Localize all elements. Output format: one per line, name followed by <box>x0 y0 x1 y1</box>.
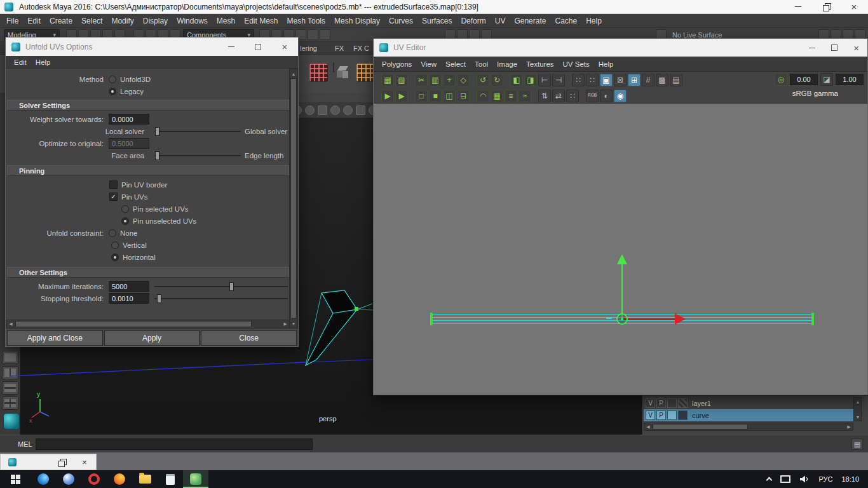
menu-item[interactable]: Select <box>77 15 107 27</box>
stopping-threshold-field[interactable]: 0.0010 <box>109 293 149 304</box>
layout-uvs-icon[interactable]: ▦ <box>491 90 503 102</box>
uv-lattice-tool-icon[interactable]: ▦ <box>381 74 394 86</box>
uv-select-tool-icon[interactable]: ▶ <box>381 90 394 102</box>
separator[interactable] <box>580 90 585 102</box>
unfold-uvs-icon[interactable]: ◠ <box>477 90 489 102</box>
menu-item[interactable]: Mesh Tools <box>283 15 330 27</box>
paste-v-icon[interactable]: ⊟ <box>457 90 470 102</box>
close-button[interactable]: × <box>73 454 96 470</box>
menu-item[interactable]: Help <box>31 57 55 67</box>
close-button[interactable]: × <box>840 0 868 14</box>
paste-uvs-icon[interactable]: ■ <box>429 90 442 102</box>
shelf-lattice-orange-icon[interactable] <box>356 63 375 82</box>
shelf-lattice-red-icon[interactable] <box>309 63 328 82</box>
distribute-u-icon[interactable]: ∷ <box>572 74 585 86</box>
mel-label[interactable]: MEL <box>18 440 32 448</box>
file-explorer-icon[interactable] <box>132 470 158 488</box>
slider-handle[interactable] <box>155 127 159 136</box>
shelf-tab-rendering[interactable]: lering <box>300 44 317 52</box>
language-indicator[interactable]: РУС <box>818 475 832 483</box>
shelf-cube-icon[interactable] <box>333 62 334 72</box>
uv-sew-tool-icon[interactable]: ▥ <box>429 74 442 86</box>
menu-item[interactable]: Help <box>581 15 606 27</box>
panel-toolbar-icon[interactable] <box>305 105 315 115</box>
uv-select-shell-icon[interactable]: ▶ <box>395 90 408 102</box>
grid-toggle-icon[interactable]: ⊞ <box>628 74 641 86</box>
quick-layout-four-pane-button[interactable] <box>2 396 18 410</box>
minimize-button[interactable] <box>218 37 245 56</box>
layer-name[interactable]: layer1 <box>692 400 711 407</box>
align-max-u-icon[interactable]: ⊣ <box>552 74 565 86</box>
manipulator-x-arrow-icon[interactable] <box>675 313 686 325</box>
layer-visibility-toggle[interactable]: V <box>646 410 655 420</box>
snap-view-plane-icon[interactable] <box>308 29 318 40</box>
separator[interactable] <box>505 74 509 86</box>
layer-row[interactable]: V P layer1 <box>644 397 853 409</box>
rgb-channels-icon[interactable]: RGB <box>586 90 599 102</box>
layer-visibility-toggle[interactable]: V <box>646 398 655 408</box>
minimize-button[interactable] <box>784 0 812 14</box>
quick-layout-stacked-pane-button[interactable] <box>2 381 18 395</box>
menu-item[interactable]: File <box>2 15 23 27</box>
constraint-vertical-radio[interactable] <box>111 241 119 249</box>
menu-item[interactable]: Generate <box>510 15 550 27</box>
max-iterations-field[interactable]: 5000 <box>109 281 149 292</box>
menu-item[interactable]: Curves <box>384 15 417 27</box>
panel-toolbar-icon[interactable] <box>318 105 327 115</box>
shade-uvs-icon[interactable]: ▩ <box>656 74 668 86</box>
paste-u-icon[interactable]: ◫ <box>443 90 456 102</box>
mel-input[interactable] <box>36 438 313 450</box>
menu-item[interactable]: Select <box>441 59 470 69</box>
constraint-horizontal-radio[interactable] <box>111 254 119 261</box>
scroll-up-icon[interactable]: ▲ <box>290 70 297 78</box>
stopping-threshold-slider[interactable] <box>154 294 288 303</box>
pin-unselected-uvs-radio[interactable] <box>121 217 129 225</box>
menu-item[interactable]: Polygons <box>377 59 416 69</box>
menu-item[interactable]: Surfaces <box>417 15 456 27</box>
layer-playback-toggle[interactable]: P <box>656 410 666 420</box>
dialog-horizontal-scrollbar[interactable]: ◀ ▶ <box>6 320 290 329</box>
panel-toolbar-icon[interactable] <box>330 105 340 115</box>
scrollbar-thumb[interactable] <box>290 78 297 318</box>
volume-icon[interactable] <box>799 475 810 484</box>
layer-color-swatch[interactable] <box>678 410 688 420</box>
menu-item[interactable]: Windows <box>172 15 212 27</box>
weight-solver-field[interactable]: 0.0000 <box>109 114 149 125</box>
texture-borders-icon[interactable]: ▤ <box>670 74 682 86</box>
firefox-browser-icon[interactable] <box>107 470 132 488</box>
uv-grab-tool-icon[interactable]: + <box>443 74 456 86</box>
scroll-up-icon[interactable]: ▲ <box>854 398 862 405</box>
start-button[interactable] <box>0 470 31 488</box>
notepad-icon[interactable] <box>158 470 183 488</box>
maya-taskbar-icon[interactable] <box>183 470 208 488</box>
copy-uvs-icon[interactable]: □ <box>415 90 428 102</box>
layer-vertical-scrollbar[interactable]: ▲ ▼ <box>853 397 862 421</box>
rotate-ccw-icon[interactable]: ↺ <box>477 74 489 86</box>
slider-handle[interactable] <box>155 151 159 160</box>
maximize-button[interactable] <box>245 37 271 56</box>
pixel-snap-icon[interactable]: # <box>642 74 654 86</box>
opera-browser-icon[interactable] <box>81 470 107 488</box>
tray-expand-icon[interactable] <box>766 477 773 484</box>
layer-display-type-toggle[interactable] <box>667 410 677 420</box>
layer-display-type-toggle[interactable] <box>667 398 677 408</box>
align-min-u-icon[interactable]: ⊢ <box>538 74 551 86</box>
script-editor-icon[interactable]: ▤ <box>851 438 863 450</box>
menu-item[interactable]: Display <box>139 15 172 27</box>
separator[interactable] <box>471 90 475 102</box>
constraint-none-radio[interactable] <box>109 229 116 237</box>
separator[interactable] <box>471 74 475 86</box>
uv-canvas[interactable] <box>374 104 868 395</box>
menu-item[interactable]: Create <box>45 15 77 27</box>
uv-tweak-tool-icon[interactable]: ▧ <box>395 74 408 86</box>
scrollbar-thumb[interactable] <box>653 424 748 430</box>
scroll-down-icon[interactable]: ▼ <box>290 320 297 327</box>
stack-shells-icon[interactable]: ⇅ <box>538 90 551 102</box>
maximize-button[interactable] <box>824 39 846 57</box>
menu-item[interactable]: Mesh <box>212 15 240 27</box>
exposure-field[interactable]: 0.00 <box>790 74 818 85</box>
minimize-button[interactable] <box>801 39 824 57</box>
layer-row[interactable]: V P curve <box>644 409 853 421</box>
alpha-channel-icon[interactable]: ◐ <box>600 90 613 102</box>
close-button[interactable]: × <box>271 37 298 56</box>
